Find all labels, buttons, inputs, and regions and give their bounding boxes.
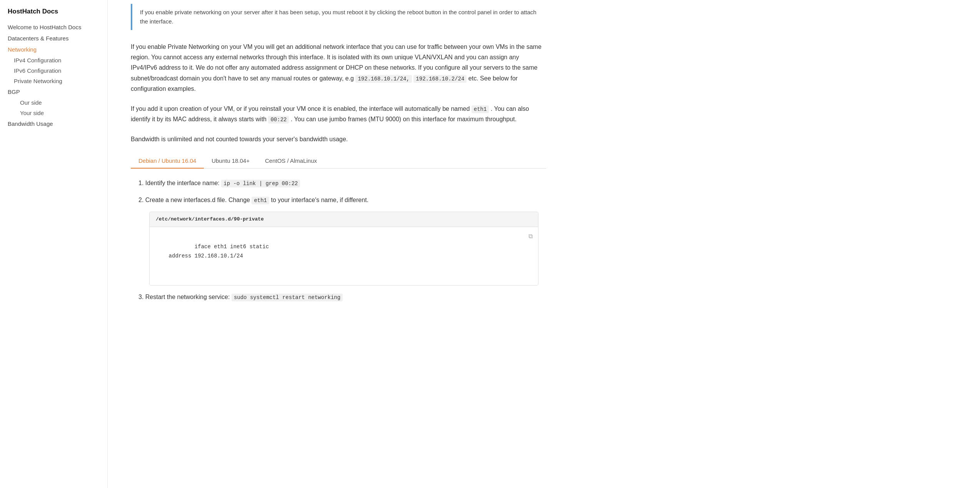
step-1-text: Identify the interface name: <box>145 180 220 186</box>
code-block-content: iface eth1 inet6 static address 192.168.… <box>156 244 269 259</box>
copy-icon[interactable]: ⧉ <box>528 232 533 242</box>
main-content: If you enable private networking on your… <box>108 0 569 488</box>
paragraph-2: If you add it upon creation of your VM, … <box>131 104 546 125</box>
para1-code2: 192.168.10.2/24 <box>413 75 467 83</box>
tabs-container: Debian / Ubuntu 16.04 Ubuntu 18.04+ Cent… <box>131 154 546 318</box>
sidebar-item-ipv4[interactable]: IPv4 Configuration <box>0 55 107 65</box>
step-3-number: 3. <box>138 294 143 300</box>
tab-centos[interactable]: CentOS / AlmaLinux <box>257 154 325 169</box>
sidebar-item-datacenters[interactable]: Datacenters & Features <box>0 33 107 44</box>
sidebar-item-ipv6[interactable]: IPv6 Configuration <box>0 65 107 76</box>
sidebar: HostHatch Docs Welcome to HostHatch Docs… <box>0 0 108 488</box>
step-2-number: 2. <box>138 197 143 203</box>
step-1-number: 1. <box>138 180 143 186</box>
notice-text: If you enable private networking on your… <box>140 9 537 25</box>
sidebar-item-welcome[interactable]: Welcome to HostHatch Docs <box>0 22 107 33</box>
sidebar-nav: Welcome to HostHatch Docs Datacenters & … <box>0 22 107 129</box>
para1-code1: 192.168.10.1/24, <box>355 75 412 83</box>
sidebar-item-our-side[interactable]: Our side <box>0 97 107 108</box>
code-block: /etc/network/interfaces.d/90-private ifa… <box>149 212 538 286</box>
code-block-body: iface eth1 inet6 static address 192.168.… <box>150 227 538 285</box>
notice-block: If you enable private networking on your… <box>131 4 546 30</box>
para2-start: If you add it upon creation of your VM, … <box>131 105 470 112</box>
paragraph-1: If you enable Private Networking on your… <box>131 42 546 94</box>
code-block-header: /etc/network/interfaces.d/90-private <box>150 212 538 227</box>
step-3-code: sudo systemctl restart networking <box>232 294 343 301</box>
sidebar-item-private-networking[interactable]: Private Networking <box>0 76 107 86</box>
step-1-code: ip -o link | grep 00:22 <box>221 180 300 187</box>
sidebar-item-your-side[interactable]: Your side <box>0 108 107 118</box>
tab-ubuntu18[interactable]: Ubuntu 18.04+ <box>204 154 257 169</box>
step-list: 1. Identify the interface name: ip -o li… <box>131 169 546 318</box>
para2-code1: eth1 <box>472 105 489 113</box>
sidebar-item-bgp[interactable]: BGP <box>0 86 107 97</box>
paragraph-3: Bandwidth is unlimited and not counted t… <box>131 134 546 144</box>
step-2: 2. Create a new interfaces.d file. Chang… <box>138 195 538 286</box>
step-3-text: Restart the networking service: <box>145 294 230 300</box>
para2-code2: 00:22 <box>268 116 289 124</box>
tab-debian[interactable]: Debian / Ubuntu 16.04 <box>131 154 204 169</box>
step-2-code: eth1 <box>252 197 269 204</box>
sidebar-brand: HostHatch Docs <box>0 8 107 22</box>
para2-end: . You can use jumbo frames (MTU 9000) on… <box>291 116 517 122</box>
step-1: 1. Identify the interface name: ip -o li… <box>138 178 538 189</box>
sidebar-item-networking[interactable]: Networking <box>0 44 107 55</box>
tabs-bar: Debian / Ubuntu 16.04 Ubuntu 18.04+ Cent… <box>131 154 546 169</box>
step-2-text-start: Create a new interfaces.d file. Change <box>145 197 250 203</box>
step-3: 3. Restart the networking service: sudo … <box>138 292 538 302</box>
sidebar-item-bandwidth[interactable]: Bandwidth Usage <box>0 118 107 129</box>
step-2-text-end: to your interface's name, if different. <box>271 197 368 203</box>
